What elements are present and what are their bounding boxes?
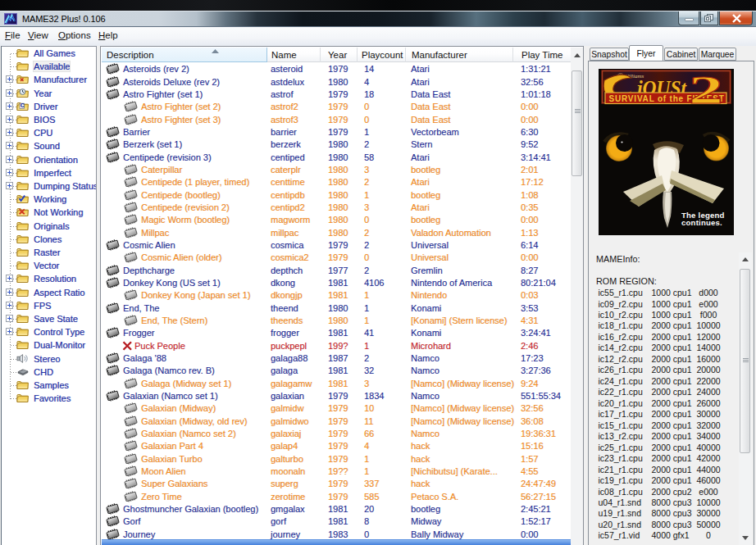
svg-text:continues.: continues. bbox=[681, 218, 722, 227]
svg-text:C: C bbox=[20, 102, 25, 108]
svg-text:2: 2 bbox=[689, 69, 723, 111]
